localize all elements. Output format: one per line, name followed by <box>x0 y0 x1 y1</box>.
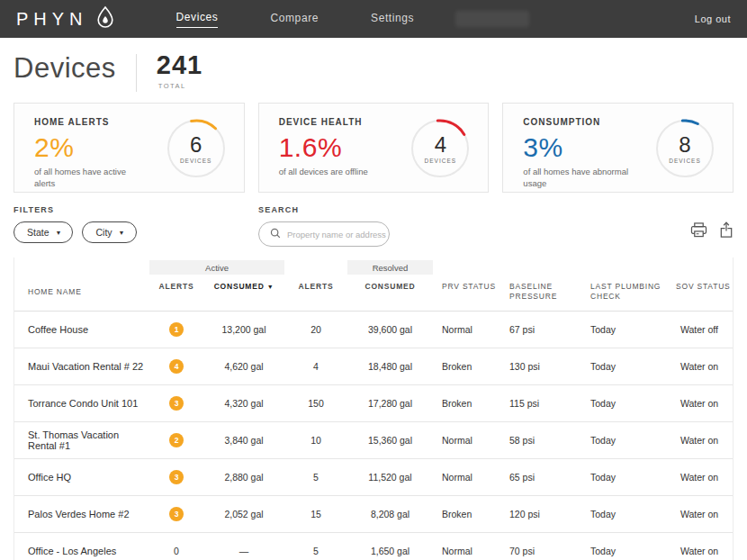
donut-label: DEVICES <box>425 158 457 164</box>
prv-status-cell: Normal <box>433 472 500 483</box>
home-name-cell: Torrance Condo Unit 101 <box>14 398 149 409</box>
nav-item-compare[interactable]: Compare <box>270 12 319 26</box>
search-icon <box>270 226 281 242</box>
home-name-cell: Maui Vacation Rental # 22 <box>14 361 149 372</box>
active-consumed-cell: 3,840 gal <box>203 435 284 446</box>
page-title: Devices <box>14 52 116 85</box>
resolved-alerts-cell: 20 <box>284 324 347 335</box>
last-plumbing-check-cell: Today <box>581 435 667 446</box>
table-row[interactable]: Torrance Condo Unit 101 3 4,320 gal 150 … <box>14 385 733 422</box>
table-header: Active Resolved HOME NAME ALERTS CONSUME… <box>14 257 733 312</box>
table-row[interactable]: Maui Vacation Rental # 22 4 4,620 gal 4 … <box>14 348 733 385</box>
table-row[interactable]: Office - Los Angeles 0 — 5 1,650 gal Nor… <box>14 533 733 560</box>
active-alerts-badge: 3 <box>169 396 184 411</box>
chevron-down-icon: ▼ <box>56 230 62 236</box>
sorted-column-label: CONSUMED <box>214 282 265 291</box>
col-sov-status[interactable]: SOV STATUS <box>667 275 733 311</box>
home-name-cell: Office - Los Angeles <box>14 546 149 556</box>
col-home-name[interactable]: HOME NAME <box>14 275 149 311</box>
baseline-pressure-cell: 120 psi <box>500 509 581 519</box>
active-consumed-cell: 4,320 gal <box>203 398 284 409</box>
active-alerts-badge: 3 <box>169 470 184 484</box>
resolved-group-header: Resolved <box>347 260 433 275</box>
col-last-plumbing-check[interactable]: LAST PLUMBING CHECK <box>581 275 667 311</box>
home-name-cell: Palos Verdes Home #2 <box>14 509 149 519</box>
col-active-alerts[interactable]: ALERTS <box>149 275 203 311</box>
col-resolved-alerts[interactable]: ALERTS <box>284 275 347 311</box>
resolved-alerts-cell: 4 <box>284 361 347 372</box>
search-input[interactable] <box>287 230 386 239</box>
print-icon[interactable] <box>690 222 707 241</box>
nav-item-devices[interactable]: Devices <box>176 11 219 28</box>
donut-label: DEVICES <box>180 158 212 164</box>
active-group-header: Active <box>149 260 284 275</box>
home-name-cell: St. Thomas Vacation Rental #1 <box>14 429 149 451</box>
active-alerts-badge: 2 <box>169 433 184 447</box>
card-description: of all homes have active alerts <box>34 167 142 190</box>
total-label: TOTAL <box>158 82 202 90</box>
table-row[interactable]: Palos Verdes Home #2 3 2,052 gal 15 8,20… <box>14 496 733 533</box>
table-row[interactable]: Office HQ 3 2,880 gal 5 11,520 gal Norma… <box>14 459 733 496</box>
prv-status-cell: Broken <box>433 509 500 519</box>
prv-status-cell: Broken <box>433 398 500 409</box>
card-percent: 1.6% <box>279 132 368 163</box>
chevron-down-icon: ▼ <box>119 230 125 236</box>
home-alerts-card[interactable]: HOME ALERTS 2% of all homes have active … <box>14 103 245 193</box>
card-description: of all homes have abnormal usage <box>523 167 631 190</box>
header-divider <box>136 54 137 92</box>
logout-button[interactable]: Log out <box>695 14 731 24</box>
resolved-consumed-cell: 1,650 gal <box>347 546 433 556</box>
devices-donut: 6 DEVICES <box>165 117 228 180</box>
last-plumbing-check-cell: Today <box>581 546 667 556</box>
resolved-alerts-cell: 10 <box>284 435 347 446</box>
donut-count: 4 <box>435 134 446 156</box>
card-percent: 2% <box>34 132 142 163</box>
sov-status-cell: Water on <box>667 435 733 446</box>
last-plumbing-check-cell: Today <box>581 361 667 372</box>
phyn-logo[interactable]: PHYN <box>16 5 115 32</box>
brand-wordmark: PHYN <box>16 9 88 30</box>
nav-links: Devices Compare Settings <box>176 11 415 28</box>
state-filter-dropdown[interactable]: State ▼ <box>14 221 73 243</box>
search-box[interactable] <box>258 221 390 247</box>
share-export-icon[interactable] <box>719 221 734 241</box>
col-baseline-pressure[interactable]: BASELINE PRESSURE <box>500 275 581 311</box>
nav-item-settings[interactable]: Settings <box>371 12 414 26</box>
active-consumed-cell: 13,200 gal <box>203 324 284 335</box>
baseline-pressure-cell: 115 psi <box>500 398 581 409</box>
device-health-card[interactable]: DEVICE HEALTH 1.6% of all devices are of… <box>258 103 490 193</box>
card-label: HOME ALERTS <box>34 117 142 127</box>
active-alerts-badge: 4 <box>169 359 184 374</box>
card-label: CONSUMPTION <box>523 117 631 127</box>
table-controls: FILTERS State ▼ City ▼ SEARCH <box>0 193 747 247</box>
col-resolved-consumed[interactable]: CONSUMED <box>347 275 433 311</box>
active-alerts-cell: 0 <box>149 546 203 556</box>
consumption-card[interactable]: CONSUMPTION 3% of all homes have abnorma… <box>502 103 734 193</box>
table-row[interactable]: Coffee House 1 13,200 gal 20 39,600 gal … <box>14 312 733 348</box>
resolved-consumed-cell: 15,360 gal <box>347 435 433 446</box>
search-label: SEARCH <box>258 205 390 214</box>
prv-status-cell: Normal <box>433 546 500 556</box>
active-consumed-cell: 2,880 gal <box>203 472 284 483</box>
table-row[interactable]: St. Thomas Vacation Rental #1 2 3,840 ga… <box>14 422 733 459</box>
donut-count: 8 <box>679 134 690 156</box>
home-name-cell: Office HQ <box>14 472 149 483</box>
sov-status-cell: Water on <box>667 398 733 409</box>
resolved-alerts-cell: 15 <box>284 509 347 519</box>
donut-count: 6 <box>190 134 202 156</box>
baseline-pressure-cell: 70 psi <box>500 546 581 556</box>
col-active-consumed[interactable]: CONSUMED▼ <box>203 275 284 311</box>
resolved-consumed-cell: 8,208 gal <box>347 509 433 519</box>
last-plumbing-check-cell: Today <box>581 398 667 409</box>
filters-label: FILTERS <box>14 205 258 214</box>
resolved-alerts-cell: 150 <box>284 398 347 409</box>
water-drop-icon <box>95 5 115 32</box>
city-filter-dropdown[interactable]: City ▼ <box>82 221 136 243</box>
redacted-user-label <box>455 11 529 27</box>
sov-status-cell: Water on <box>667 361 733 372</box>
home-name-cell: Coffee House <box>14 324 149 335</box>
baseline-pressure-cell: 65 psi <box>500 472 581 483</box>
active-consumed-cell: 4,620 gal <box>203 361 284 372</box>
col-prv-status[interactable]: PRV STATUS <box>433 275 500 311</box>
resolved-consumed-cell: 11,520 gal <box>347 472 433 483</box>
